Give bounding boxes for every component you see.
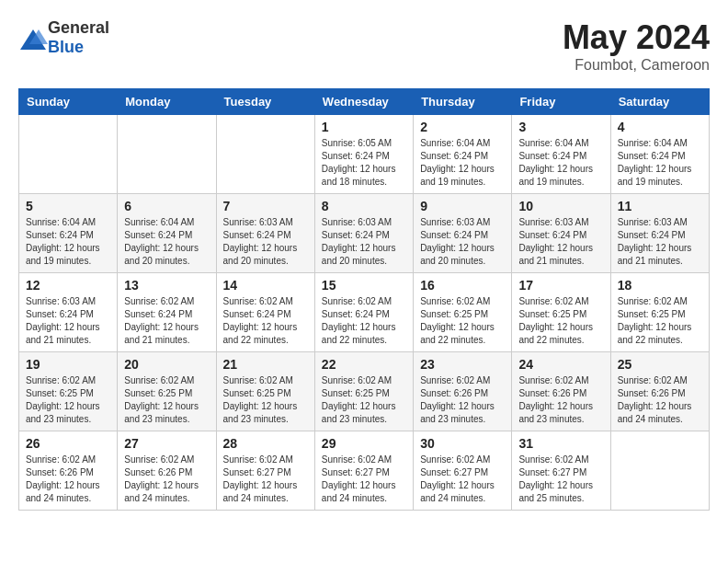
weekday-header-wednesday: Wednesday <box>314 89 413 115</box>
day-number: 9 <box>420 199 505 213</box>
day-number: 7 <box>223 199 308 213</box>
day-info: Sunrise: 6:05 AM Sunset: 6:24 PM Dayligh… <box>322 137 406 189</box>
day-number: 16 <box>420 278 505 293</box>
calendar-day-4: 4Sunrise: 6:04 AM Sunset: 6:24 PM Daylig… <box>610 115 709 194</box>
day-number: 17 <box>518 278 603 293</box>
calendar-day-26: 26Sunrise: 6:02 AM Sunset: 6:26 PM Dayli… <box>19 431 118 511</box>
day-info: Sunrise: 6:02 AM Sunset: 6:27 PM Dayligh… <box>322 454 406 505</box>
weekday-header-tuesday: Tuesday <box>216 89 314 115</box>
calendar-day-28: 28Sunrise: 6:02 AM Sunset: 6:27 PM Dayli… <box>216 431 314 511</box>
calendar-day-10: 10Sunrise: 6:03 AM Sunset: 6:24 PM Dayli… <box>512 194 610 273</box>
day-info: Sunrise: 6:03 AM Sunset: 6:24 PM Dayligh… <box>420 216 505 268</box>
weekday-header-friday: Friday <box>512 89 610 115</box>
day-info: Sunrise: 6:03 AM Sunset: 6:24 PM Dayligh… <box>518 216 603 268</box>
calendar-day-24: 24Sunrise: 6:02 AM Sunset: 6:26 PM Dayli… <box>512 352 610 431</box>
calendar-day-12: 12Sunrise: 6:03 AM Sunset: 6:24 PM Dayli… <box>19 273 118 352</box>
logo-general: General <box>48 18 109 37</box>
calendar-day-29: 29Sunrise: 6:02 AM Sunset: 6:27 PM Dayli… <box>314 431 413 511</box>
calendar-day-20: 20Sunrise: 6:02 AM Sunset: 6:25 PM Dayli… <box>118 352 216 431</box>
day-info: Sunrise: 6:02 AM Sunset: 6:25 PM Dayligh… <box>26 374 110 426</box>
day-number: 23 <box>420 357 505 372</box>
day-info: Sunrise: 6:04 AM Sunset: 6:24 PM Dayligh… <box>26 216 110 268</box>
day-info: Sunrise: 6:02 AM Sunset: 6:26 PM Dayligh… <box>618 374 702 426</box>
logo-blue: Blue <box>48 38 84 56</box>
calendar-day-21: 21Sunrise: 6:02 AM Sunset: 6:25 PM Dayli… <box>216 352 314 431</box>
day-info: Sunrise: 6:02 AM Sunset: 6:27 PM Dayligh… <box>223 454 308 505</box>
day-info: Sunrise: 6:02 AM Sunset: 6:25 PM Dayligh… <box>518 295 603 347</box>
weekday-header-saturday: Saturday <box>610 89 709 115</box>
day-number: 20 <box>124 357 209 372</box>
calendar-day-27: 27Sunrise: 6:02 AM Sunset: 6:26 PM Dayli… <box>118 431 216 511</box>
calendar-day-9: 9Sunrise: 6:03 AM Sunset: 6:24 PM Daylig… <box>414 194 512 273</box>
day-info: Sunrise: 6:02 AM Sunset: 6:25 PM Dayligh… <box>322 374 406 426</box>
calendar-week-row: 1Sunrise: 6:05 AM Sunset: 6:24 PM Daylig… <box>19 115 710 194</box>
day-number: 1 <box>322 120 406 134</box>
day-number: 24 <box>518 357 603 372</box>
day-number: 3 <box>518 120 603 134</box>
calendar-week-row: 12Sunrise: 6:03 AM Sunset: 6:24 PM Dayli… <box>19 273 710 352</box>
calendar-day-25: 25Sunrise: 6:02 AM Sunset: 6:26 PM Dayli… <box>610 352 709 431</box>
day-number: 25 <box>618 357 702 372</box>
calendar-day-22: 22Sunrise: 6:02 AM Sunset: 6:25 PM Dayli… <box>314 352 413 431</box>
day-number: 13 <box>124 278 209 293</box>
title-section: May 2024 Foumbot, Cameroon <box>563 18 710 74</box>
day-info: Sunrise: 6:02 AM Sunset: 6:27 PM Dayligh… <box>420 454 505 505</box>
calendar-day-1: 1Sunrise: 6:05 AM Sunset: 6:24 PM Daylig… <box>314 115 413 194</box>
day-info: Sunrise: 6:02 AM Sunset: 6:24 PM Dayligh… <box>124 295 209 347</box>
calendar-day-23: 23Sunrise: 6:02 AM Sunset: 6:26 PM Dayli… <box>414 352 512 431</box>
day-number: 12 <box>26 278 110 293</box>
location: Foumbot, Cameroon <box>563 57 710 74</box>
calendar-day-14: 14Sunrise: 6:02 AM Sunset: 6:24 PM Dayli… <box>216 273 314 352</box>
day-number: 15 <box>322 278 406 293</box>
day-info: Sunrise: 6:02 AM Sunset: 6:25 PM Dayligh… <box>124 374 209 426</box>
calendar-week-row: 5Sunrise: 6:04 AM Sunset: 6:24 PM Daylig… <box>19 194 710 273</box>
day-number: 22 <box>322 357 406 372</box>
day-info: Sunrise: 6:02 AM Sunset: 6:27 PM Dayligh… <box>518 454 603 505</box>
calendar-day-16: 16Sunrise: 6:02 AM Sunset: 6:25 PM Dayli… <box>414 273 512 352</box>
day-info: Sunrise: 6:02 AM Sunset: 6:24 PM Dayligh… <box>223 295 308 347</box>
day-number: 31 <box>518 436 603 451</box>
day-info: Sunrise: 6:04 AM Sunset: 6:24 PM Dayligh… <box>618 137 702 189</box>
calendar-day-2: 2Sunrise: 6:04 AM Sunset: 6:24 PM Daylig… <box>414 115 512 194</box>
day-number: 26 <box>26 436 110 451</box>
calendar-empty-cell <box>216 115 314 194</box>
calendar-empty-cell <box>118 115 216 194</box>
day-number: 30 <box>420 436 505 451</box>
day-info: Sunrise: 6:04 AM Sunset: 6:24 PM Dayligh… <box>518 137 603 189</box>
day-info: Sunrise: 6:04 AM Sunset: 6:24 PM Dayligh… <box>420 137 505 189</box>
day-info: Sunrise: 6:02 AM Sunset: 6:26 PM Dayligh… <box>26 454 110 505</box>
day-info: Sunrise: 6:02 AM Sunset: 6:25 PM Dayligh… <box>420 295 505 347</box>
calendar-day-30: 30Sunrise: 6:02 AM Sunset: 6:27 PM Dayli… <box>414 431 512 511</box>
calendar-day-15: 15Sunrise: 6:02 AM Sunset: 6:24 PM Dayli… <box>314 273 413 352</box>
weekday-header-thursday: Thursday <box>414 89 512 115</box>
day-info: Sunrise: 6:03 AM Sunset: 6:24 PM Dayligh… <box>26 295 110 347</box>
calendar-day-7: 7Sunrise: 6:03 AM Sunset: 6:24 PM Daylig… <box>216 194 314 273</box>
day-number: 19 <box>26 357 110 372</box>
calendar-day-3: 3Sunrise: 6:04 AM Sunset: 6:24 PM Daylig… <box>512 115 610 194</box>
day-number: 18 <box>618 278 702 293</box>
calendar-day-8: 8Sunrise: 6:03 AM Sunset: 6:24 PM Daylig… <box>314 194 413 273</box>
weekday-header-row: SundayMondayTuesdayWednesdayThursdayFrid… <box>19 89 710 115</box>
calendar-day-6: 6Sunrise: 6:04 AM Sunset: 6:24 PM Daylig… <box>118 194 216 273</box>
day-info: Sunrise: 6:02 AM Sunset: 6:24 PM Dayligh… <box>322 295 406 347</box>
day-number: 6 <box>124 199 209 213</box>
weekday-header-sunday: Sunday <box>19 89 118 115</box>
calendar-table: SundayMondayTuesdayWednesdayThursdayFrid… <box>18 88 710 511</box>
calendar-day-19: 19Sunrise: 6:02 AM Sunset: 6:25 PM Dayli… <box>19 352 118 431</box>
calendar-day-17: 17Sunrise: 6:02 AM Sunset: 6:25 PM Dayli… <box>512 273 610 352</box>
day-number: 2 <box>420 120 505 134</box>
day-info: Sunrise: 6:03 AM Sunset: 6:24 PM Dayligh… <box>618 216 702 268</box>
calendar-day-11: 11Sunrise: 6:03 AM Sunset: 6:24 PM Dayli… <box>610 194 709 273</box>
day-info: Sunrise: 6:04 AM Sunset: 6:24 PM Dayligh… <box>124 216 209 268</box>
day-info: Sunrise: 6:02 AM Sunset: 6:26 PM Dayligh… <box>124 454 209 505</box>
day-number: 4 <box>618 120 702 134</box>
day-number: 11 <box>618 199 702 213</box>
month-title: May 2024 <box>563 18 710 57</box>
calendar-day-31: 31Sunrise: 6:02 AM Sunset: 6:27 PM Dayli… <box>512 431 610 511</box>
logo-text: General Blue <box>48 18 109 57</box>
day-number: 28 <box>223 436 308 451</box>
day-number: 29 <box>322 436 406 451</box>
calendar-week-row: 19Sunrise: 6:02 AM Sunset: 6:25 PM Dayli… <box>19 352 710 431</box>
page-header: General Blue May 2024 Foumbot, Cameroon <box>18 18 710 74</box>
calendar-day-13: 13Sunrise: 6:02 AM Sunset: 6:24 PM Dayli… <box>118 273 216 352</box>
